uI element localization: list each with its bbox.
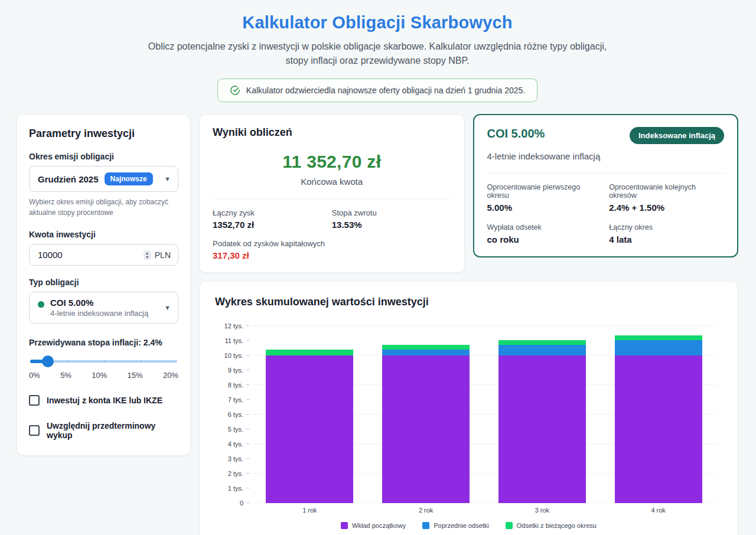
y-tick-label: 1 tys. bbox=[228, 485, 243, 492]
chart-heading: Wykres skumulowanej wartości inwestycji bbox=[215, 296, 722, 308]
y-tick-label: 9 tys. bbox=[228, 367, 243, 374]
legend-label: Wkład początkowy bbox=[352, 522, 406, 529]
stat-label: Łączny zysk bbox=[213, 208, 332, 217]
bond-field-label: Oprocentowanie pierwszego okresu bbox=[487, 183, 602, 200]
stat-value: 1352,70 zł bbox=[213, 220, 332, 230]
bar-1-rok bbox=[266, 350, 353, 503]
bond-type-description: 4-letnie indeksowane inflacją bbox=[50, 309, 148, 318]
emission-period-value: Grudzień 2025 bbox=[38, 174, 99, 184]
bar-segment-odsetki-z-bieżącego-okresu bbox=[498, 340, 586, 345]
slider-tick-label: 0% bbox=[29, 371, 40, 380]
slider-tick-label: 10% bbox=[92, 371, 107, 380]
bond-field-1: Oprocentowanie kolejnych okresów2.4% + 1… bbox=[609, 183, 724, 213]
x-axis-label: 3 rok bbox=[498, 507, 586, 514]
chart-plot-area: 01 tys.2 tys.3 tys.4 tys.5 tys.6 tys.7 t… bbox=[252, 326, 716, 503]
amount-label: Kwota inwestycji bbox=[29, 230, 178, 239]
legend-item: Poprzednie odsetki bbox=[422, 522, 489, 529]
slider-tick bbox=[104, 361, 105, 362]
bar-3-rok bbox=[498, 340, 586, 503]
slider-tick-label: 20% bbox=[163, 371, 178, 380]
bar-segment-poprzednie-odsetki bbox=[615, 340, 702, 355]
legend-swatch bbox=[422, 522, 429, 529]
legend-swatch bbox=[341, 522, 348, 529]
y-tick-label: 11 tys. bbox=[224, 337, 243, 344]
info-banner: Kalkulator odzwierciedla najnowsze ofert… bbox=[217, 79, 537, 102]
checkbox-row-0[interactable]: Inwestuj z konta IKE lub IKZE bbox=[29, 395, 178, 406]
bar-segment-odsetki-z-bieżącego-okresu bbox=[382, 345, 470, 350]
results-stats: Łączny zysk1352,70 złStopa zwrotu13.53%P… bbox=[213, 208, 451, 260]
bar-segment-wkład-początkowy bbox=[615, 355, 702, 503]
divider bbox=[213, 198, 451, 199]
bond-calculator-page: Kalkulator Obligacji Skarbowych Oblicz p… bbox=[0, 0, 756, 535]
x-axis-label: 2 rok bbox=[382, 507, 470, 514]
y-tick-dash bbox=[246, 458, 249, 459]
bond-fields: Oprocentowanie pierwszego okresu5.00%Opr… bbox=[487, 183, 725, 244]
check-circle-icon bbox=[230, 85, 240, 96]
inflation-label: Przewidywana stopa inflacji: 2.4% bbox=[29, 338, 178, 347]
y-tick-label: 7 tys. bbox=[228, 396, 243, 403]
y-tick-dash bbox=[246, 414, 249, 415]
checkbox[interactable] bbox=[29, 395, 40, 406]
final-amount-label: Końcowa kwota bbox=[213, 177, 451, 187]
stat-label: Stopa zwrotu bbox=[332, 208, 451, 217]
inflation-slider[interactable] bbox=[30, 355, 177, 367]
bond-type-option: COI 5.00% 4-letnie indeksowane inflacją bbox=[38, 298, 148, 318]
y-tick-label: 8 tys. bbox=[228, 381, 243, 389]
page-title: Kalkulator Obligacji Skarbowych bbox=[17, 13, 738, 32]
y-tick-dash bbox=[246, 355, 249, 355]
bond-field-3: Łączny okres4 lata bbox=[609, 223, 724, 244]
newest-badge: Najnowsze bbox=[105, 172, 153, 185]
stat-1: Stopa zwrotu13.53% bbox=[332, 208, 451, 230]
bond-field-value: 2.4% + 1.50% bbox=[609, 203, 724, 213]
y-tick-label: 0 bbox=[240, 500, 243, 507]
slider-tick bbox=[141, 361, 142, 362]
divider bbox=[487, 173, 725, 174]
stacked-bar-chart: 01 tys.2 tys.3 tys.4 tys.5 tys.6 tys.7 t… bbox=[215, 326, 722, 529]
stat-0: Łączny zysk1352,70 zł bbox=[213, 208, 332, 230]
y-tick-dash bbox=[246, 399, 249, 400]
y-tick-label: 5 tys. bbox=[228, 426, 243, 433]
chart-card: Wykres skumulowanej wartości inwestycji … bbox=[199, 281, 738, 535]
bond-type-select[interactable]: COI 5.00% 4-letnie indeksowane inflacją … bbox=[29, 292, 178, 324]
chart-x-axis-labels: 1 rok2 rok3 rok4 rok bbox=[252, 507, 716, 514]
y-tick-dash bbox=[246, 370, 249, 370]
y-tick-dash bbox=[246, 488, 249, 488]
bond-type-value: COI 5.00% bbox=[50, 298, 148, 308]
stat-2: Podatek od zysków kapitałowych317,30 zł bbox=[213, 239, 332, 260]
y-tick-dash bbox=[246, 340, 249, 341]
bar-segment-wkład-początkowy bbox=[266, 355, 353, 503]
y-tick-dash bbox=[246, 503, 249, 503]
bar-segment-wkład-początkowy bbox=[498, 355, 586, 503]
parameters-panel: Parametry inwestycji Okres emisji obliga… bbox=[17, 114, 191, 456]
results-heading: Wyniki obliczeń bbox=[213, 126, 451, 139]
bond-field-label: Łączny okres bbox=[609, 223, 724, 231]
checkbox[interactable] bbox=[29, 425, 40, 436]
amount-input[interactable] bbox=[38, 250, 140, 260]
bond-field-2: Wypłata odsetekco roku bbox=[487, 223, 602, 244]
emission-period-select[interactable]: Grudzień 2025 Najnowsze ▼ bbox=[29, 166, 178, 192]
checkbox-label: Inwestuj z konta IKE lub IKZE bbox=[47, 396, 162, 405]
page-subtitle: Oblicz potencjalne zyski z inwestycji w … bbox=[147, 40, 608, 68]
bond-card-title: COI 5.00% bbox=[487, 127, 545, 141]
number-stepper-icon[interactable]: ▲▼ bbox=[144, 250, 151, 260]
bar-segment-odsetki-z-bieżącego-okresu bbox=[266, 350, 353, 355]
checkbox-row-1[interactable]: Uwzględnij przedterminowy wykup bbox=[29, 421, 178, 440]
y-tick-label: 6 tys. bbox=[228, 411, 243, 418]
bar-segment-poprzednie-odsetki bbox=[382, 350, 470, 355]
slider-thumb[interactable] bbox=[42, 355, 54, 367]
emission-period-label: Okres emisji obligacji bbox=[29, 152, 178, 161]
legend-label: Poprzednie odsetki bbox=[434, 522, 489, 529]
y-tick-dash bbox=[246, 443, 249, 444]
bar-segment-poprzednie-odsetki bbox=[498, 345, 586, 355]
bond-field-label: Oprocentowanie kolejnych okresów bbox=[609, 183, 724, 200]
currency-unit: PLN bbox=[155, 250, 171, 260]
bar-segment-odsetki-z-bieżącego-okresu bbox=[615, 335, 702, 340]
y-tick-label: 3 tys. bbox=[228, 455, 243, 462]
x-axis-label: 4 rok bbox=[615, 507, 702, 514]
y-tick-label: 12 tys. bbox=[224, 322, 243, 330]
results-card: Wyniki obliczeń 11 352,70 zł Końcowa kwo… bbox=[199, 114, 465, 273]
legend-label: Odsetki z bieżącego okresu bbox=[517, 522, 597, 529]
y-tick-dash bbox=[246, 429, 249, 429]
bar-4-rok bbox=[615, 335, 702, 503]
bond-card-subtitle: 4-letnie indeksowane inflacją bbox=[487, 151, 725, 161]
